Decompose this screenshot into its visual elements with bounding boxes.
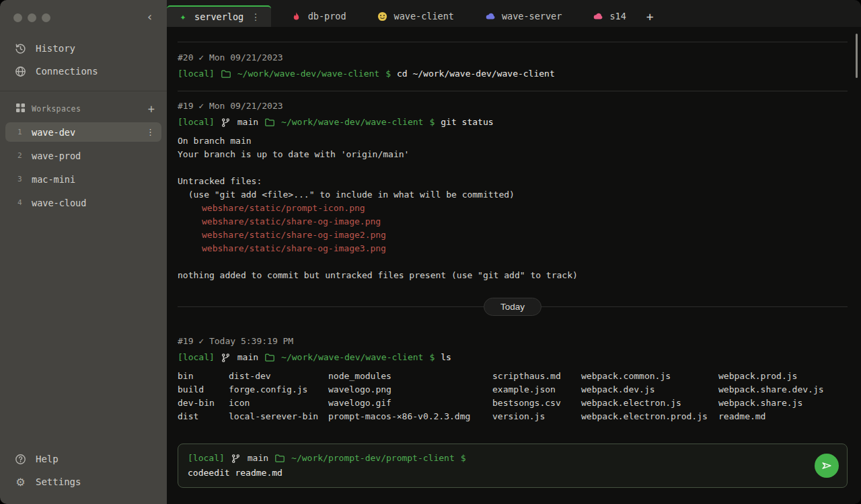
- tab-label: db-prod: [308, 11, 346, 22]
- command-record: #20 ✓ Mon 09/21/2023 [local] ~/work/wave…: [178, 42, 848, 81]
- ls-column: scripthaus.md example.json bestsongs.csv…: [492, 370, 581, 423]
- record-prompt: [local] main: [178, 351, 848, 364]
- git-branch-icon: [221, 117, 231, 128]
- command-record: #19 ✓ Today 5:39:19 PM [local] main: [178, 326, 848, 423]
- folder-icon: [264, 117, 275, 128]
- input-prompt: [local] main: [188, 451, 807, 466]
- prompt-path: ~/work/prompt-dev/prompt-client: [291, 451, 455, 466]
- ls-entry: version.js: [492, 410, 581, 423]
- ls-entry: icon: [229, 396, 328, 410]
- folder-icon: [274, 453, 285, 464]
- prompt-path: ~/work/wave-dev/wave-client: [281, 351, 423, 364]
- sidebar-item-history[interactable]: History: [0, 37, 167, 60]
- record-meta: #20 ✓ Mon 09/21/2023: [178, 51, 848, 65]
- add-tab-button[interactable]: +: [637, 5, 663, 27]
- send-icon: [820, 459, 833, 472]
- ls-entry: webpack.share.dev.js: [718, 383, 824, 396]
- sidebar-item-label: Help: [36, 454, 59, 464]
- ls-entry: forge.config.js: [229, 383, 328, 396]
- ls-entry: webpack.common.js: [581, 370, 718, 383]
- command-output: On branch main Your branch is up to date…: [178, 134, 848, 282]
- untracked-file: webshare/static/share-og-image2.png: [202, 228, 848, 242]
- workspaces-grid-icon: [16, 102, 25, 115]
- command-input-box[interactable]: [local] main: [178, 444, 848, 488]
- run-command-button[interactable]: [815, 454, 839, 478]
- workspace-menu-icon[interactable]: ⋮: [146, 127, 155, 137]
- ls-column: webpack.prod.js webpack.share.dev.js web…: [718, 370, 824, 423]
- output-line: Your branch is up to date with 'origin/m…: [178, 148, 848, 161]
- record-meta: #19 ✓ Today 5:39:19 PM: [178, 335, 848, 348]
- ls-output: bin build dev-bin dist dist-dev forge.co…: [178, 370, 848, 423]
- tab-menu-icon[interactable]: ⋮: [251, 11, 260, 22]
- ls-entry: dist-dev: [229, 370, 328, 383]
- prompt-host: [local]: [188, 451, 225, 466]
- output-line: On branch main: [178, 134, 848, 148]
- sidebar-item-help[interactable]: Help: [0, 448, 167, 470]
- prompt-command: git status: [441, 116, 493, 129]
- sparkle-icon: ✦: [178, 11, 188, 22]
- ls-entry: webpack.dev.js: [581, 383, 718, 396]
- cloud-icon: [593, 11, 603, 22]
- ls-entry: dev-bin: [178, 396, 229, 410]
- prompt-branch: main: [237, 116, 258, 129]
- prompt-symbol: $: [385, 67, 391, 81]
- ls-entry: node_modules: [328, 370, 492, 383]
- sidebar-collapse-icon[interactable]: ‹: [146, 12, 153, 22]
- ls-entry: webpack.electron.js: [581, 396, 718, 410]
- prompt-host: [local]: [178, 351, 215, 364]
- workspace-name: wave-dev: [32, 127, 75, 138]
- sidebar-item-settings[interactable]: ⚙ Settings: [0, 470, 167, 493]
- maximize-window-button[interactable]: [42, 13, 50, 22]
- cloud-icon: [485, 11, 496, 22]
- command-input-field[interactable]: codeedit readme.md: [188, 466, 807, 480]
- prompt-symbol: $: [429, 116, 435, 129]
- workspace-number: 2: [17, 151, 23, 160]
- ls-column: dist-dev forge.config.js icon local-sere…: [229, 370, 328, 423]
- tab-label: serverlog: [194, 11, 244, 22]
- ls-entry: wavelogo.gif: [328, 396, 492, 410]
- tab-wave-server[interactable]: wave-server: [474, 5, 572, 27]
- today-pill-button[interactable]: Today: [484, 298, 541, 316]
- command-record: #19 ✓ Mon 09/21/2023 [local] main: [178, 91, 848, 282]
- prompt-path: ~/work/wave-dev/wave-client: [281, 116, 423, 129]
- globe-icon: [15, 66, 26, 77]
- history-icon: [15, 43, 26, 54]
- ls-entry: example.json: [492, 383, 581, 396]
- workspace-item-wave-prod[interactable]: 2 wave-prod: [5, 146, 161, 165]
- workspace-item-wave-cloud[interactable]: 4 wave-cloud: [5, 193, 161, 212]
- workspace-item-mac-mini[interactable]: 3 mac-mini: [5, 169, 161, 189]
- ls-column: bin build dev-bin dist: [178, 370, 229, 423]
- ls-column: webpack.common.js webpack.dev.js webpack…: [581, 370, 718, 423]
- close-window-button[interactable]: [13, 13, 22, 22]
- workspaces-header: Workspaces +: [0, 91, 167, 120]
- ls-entry: dist: [178, 410, 229, 423]
- workspace-item-wave-dev[interactable]: 1 wave-dev ⋮: [5, 122, 161, 142]
- smiley-icon: [377, 11, 388, 22]
- tab-label: wave-server: [502, 11, 562, 22]
- tab-label: wave-client: [394, 11, 454, 22]
- tab-s14[interactable]: s14: [582, 5, 636, 27]
- terminal-content: #20 ✓ Mon 09/21/2023 [local] ~/work/wave…: [167, 27, 861, 504]
- prompt-symbol: $: [461, 451, 466, 466]
- prompt-symbol: $: [429, 351, 435, 364]
- untracked-file: webshare/static/prompt-icon.png: [202, 202, 848, 215]
- tab-db-prod[interactable]: db-prod: [280, 5, 357, 27]
- ls-entry: prompt-macos-×86-v0.2.3.dmg: [328, 410, 492, 423]
- flame-icon: [291, 11, 302, 22]
- folder-icon: [264, 352, 275, 363]
- app-window: ‹ History Connections: [0, 0, 861, 504]
- ls-entry: webpack.electron.prod.js: [581, 410, 718, 423]
- tab-serverlog[interactable]: ✦ serverlog ⋮: [167, 5, 271, 27]
- tab-bar: ✦ serverlog ⋮ db-prod: [167, 0, 861, 27]
- tab-wave-client[interactable]: wave-client: [367, 5, 465, 27]
- workspace-number: 4: [17, 198, 23, 207]
- scrollbar-thumb[interactable]: [856, 34, 858, 78]
- minimize-window-button[interactable]: [28, 13, 36, 22]
- sidebar-item-connections[interactable]: Connections: [0, 60, 167, 83]
- prompt-host: [local]: [178, 67, 215, 81]
- gear-icon: ⚙: [15, 476, 26, 488]
- add-workspace-button[interactable]: +: [148, 104, 155, 114]
- ls-entry: webpack.share.js: [718, 396, 824, 410]
- prompt-command: ls: [441, 351, 451, 364]
- workspace-name: wave-prod: [32, 151, 81, 161]
